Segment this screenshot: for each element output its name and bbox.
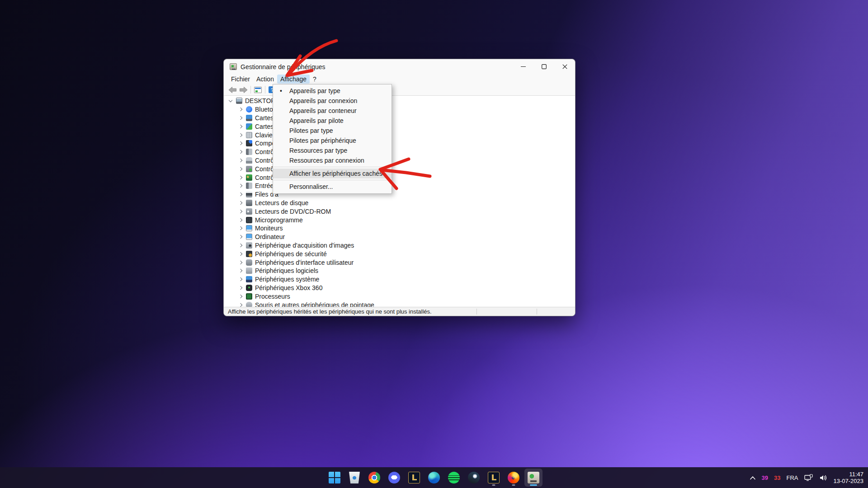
chevron-right-icon[interactable]: [239, 201, 242, 205]
tree-item-computer[interactable]: Ordinateur: [224, 233, 575, 241]
steam-icon: [468, 472, 480, 483]
chevron-right-icon[interactable]: [239, 218, 242, 221]
recycle-bin-icon: [349, 472, 360, 483]
firefox-icon: [508, 472, 519, 483]
title-bar[interactable]: Gestionnaire de périphériques: [224, 59, 575, 74]
system-device-icon: [246, 276, 252, 282]
menu-item-ressources-par-connexion[interactable]: Ressources par connexion: [273, 155, 392, 165]
menu-item-pilotes-par-peripherique[interactable]: Pilotes par périphérique: [273, 136, 392, 145]
chevron-right-icon[interactable]: [239, 108, 242, 111]
back-button[interactable]: [229, 87, 236, 93]
tray-chevron-up-icon[interactable]: [750, 476, 756, 480]
chevron-right-icon[interactable]: [239, 175, 242, 179]
tree-item-firmware[interactable]: Microprogramme: [224, 216, 575, 224]
firefox-button[interactable]: [505, 469, 523, 487]
chevron-right-icon[interactable]: [239, 210, 242, 213]
minimize-button[interactable]: [513, 59, 533, 74]
chevron-down-icon[interactable]: [229, 99, 232, 102]
tree-item-xbox[interactable]: Périphériques Xbox 360: [224, 284, 575, 292]
recycle-bin-button[interactable]: [345, 469, 363, 487]
audio-controller-icon: [246, 149, 252, 155]
chevron-right-icon[interactable]: [239, 141, 242, 145]
tree-item-imaging-devices[interactable]: Périphérique d'acquisition d'images: [224, 241, 575, 250]
storage-controller-icon: [246, 166, 252, 172]
menu-item-pilotes-par-type[interactable]: Pilotes par type: [273, 126, 392, 136]
device-manager-taskbar-button[interactable]: [524, 469, 542, 487]
close-button[interactable]: [554, 59, 575, 74]
chevron-right-icon[interactable]: [239, 184, 242, 188]
chevron-right-icon[interactable]: [239, 252, 242, 255]
status-bar: Affiche les périphériques hérités et les…: [224, 307, 575, 316]
tree-item-label: Périphériques d'interface utilisateur: [255, 259, 354, 266]
chevron-right-icon[interactable]: [239, 192, 242, 196]
steam-button[interactable]: [465, 469, 483, 487]
forward-button[interactable]: [240, 87, 247, 93]
chrome-button[interactable]: [365, 469, 383, 487]
chevron-right-icon[interactable]: [239, 226, 242, 230]
chevron-right-icon[interactable]: [239, 133, 242, 136]
chevron-right-icon[interactable]: [239, 269, 242, 272]
chevron-right-icon[interactable]: [239, 159, 242, 162]
status-separator: [476, 309, 477, 314]
clock[interactable]: 11:47 13-07-2023: [834, 471, 864, 484]
league-client-button[interactable]: [485, 469, 503, 487]
chevron-right-icon[interactable]: [239, 303, 242, 306]
tree-item-label: Processeurs: [255, 293, 290, 300]
menu-item-appareils-par-connexion[interactable]: Appareils par connexion: [273, 96, 392, 106]
menu-item-afficher-peripheriques-caches[interactable]: Afficher les périphériques cachés: [273, 169, 392, 178]
chevron-right-icon[interactable]: [239, 125, 242, 128]
menu-action[interactable]: Action: [253, 75, 277, 84]
tree-item-software-devices[interactable]: Périphériques logiciels: [224, 267, 575, 275]
display-adapter-icon: [246, 115, 252, 121]
tree-item-monitors[interactable]: Moniteurs: [224, 224, 575, 233]
maximize-button[interactable]: [533, 59, 554, 74]
software-device-icon: [246, 267, 252, 274]
tree-item-disk-drives[interactable]: Lecteurs de disque: [224, 199, 575, 207]
tray-counter-magenta[interactable]: 39: [762, 474, 768, 481]
discord-button[interactable]: [385, 469, 403, 487]
menu-item-appareils-par-pilote[interactable]: Appareils par pilote: [273, 116, 392, 126]
chevron-right-icon[interactable]: [239, 150, 242, 154]
tree-item-system-devices[interactable]: Périphériques système: [224, 275, 575, 284]
usb-controller-icon: [246, 157, 252, 164]
chevron-right-icon[interactable]: [239, 294, 242, 298]
language-indicator[interactable]: FRA: [787, 474, 798, 481]
tree-item-label: Périphériques de sécurité: [255, 250, 327, 258]
hid-icon: [246, 259, 252, 266]
keyboard-icon: [246, 132, 252, 138]
console-window-icon[interactable]: [254, 87, 262, 93]
menu-help[interactable]: ?: [310, 75, 320, 84]
network-adapter-icon: [246, 123, 252, 130]
menu-item-appareils-par-type[interactable]: Appareils par type: [273, 86, 392, 96]
chevron-right-icon[interactable]: [239, 286, 242, 290]
network-icon[interactable]: [804, 474, 813, 481]
chevron-right-icon[interactable]: [239, 167, 242, 171]
printer-icon: [246, 191, 252, 197]
tree-item-label: Lecteurs de disque: [255, 199, 308, 206]
tree-item-processors[interactable]: Processeurs: [224, 292, 575, 300]
tray-counter-red[interactable]: 33: [774, 474, 780, 481]
chevron-right-icon[interactable]: [239, 260, 242, 264]
tree-item-security-devices[interactable]: Périphériques de sécurité: [224, 249, 575, 258]
tree-item-dvd-drives[interactable]: Lecteurs de DVD/CD-ROM: [224, 207, 575, 216]
firmware-icon: [246, 217, 252, 223]
chevron-right-icon[interactable]: [239, 244, 242, 247]
edge-button[interactable]: [425, 469, 443, 487]
imaging-device-icon: [246, 242, 252, 249]
menu-separator: [274, 180, 391, 180]
chevron-right-icon[interactable]: [239, 277, 242, 281]
menu-fichier[interactable]: Fichier: [228, 75, 253, 84]
menu-item-appareils-par-conteneur[interactable]: Appareils par conteneur: [273, 106, 392, 116]
chevron-right-icon[interactable]: [239, 235, 242, 239]
menu-affichage[interactable]: Affichage: [277, 75, 310, 84]
league-of-legends-button[interactable]: [405, 469, 423, 487]
spotify-button[interactable]: [445, 469, 463, 487]
chevron-right-icon[interactable]: [239, 116, 242, 120]
menu-item-personnaliser[interactable]: Personnaliser...: [273, 182, 392, 192]
active-indicator: [530, 484, 537, 486]
volume-icon[interactable]: [819, 474, 828, 481]
start-button[interactable]: [326, 469, 344, 487]
device-manager-window: Gestionnaire de périphériques Fichier Ac…: [223, 59, 576, 316]
tree-item-hid[interactable]: Périphériques d'interface utilisateur: [224, 258, 575, 267]
menu-item-ressources-par-type[interactable]: Ressources par type: [273, 145, 392, 155]
